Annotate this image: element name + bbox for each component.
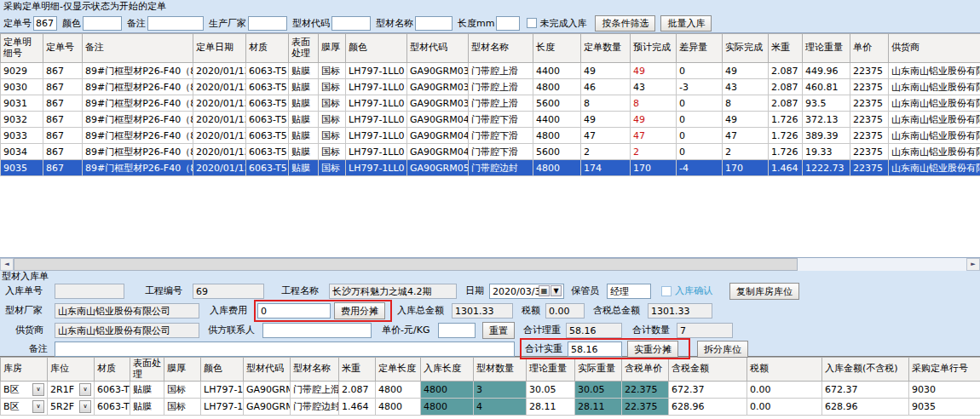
scrollbar-thumb[interactable] [14, 258, 798, 271]
table-cell[interactable]: 22.375 [622, 399, 669, 416]
table-cell[interactable]: 4800 [533, 79, 581, 95]
table-cell[interactable]: 山东南山铝业股份有限公司 [889, 112, 980, 128]
table-cell[interactable]: 22375 [850, 160, 889, 176]
table-cell[interactable]: 2020/01/13 [193, 128, 246, 144]
table-row[interactable]: 903186789#门框型材P26-F40（866+867）2020/01/13… [1, 95, 980, 112]
table-cell[interactable]: 867 [43, 63, 83, 79]
column-header[interactable]: 定单号 [43, 34, 83, 63]
table-cell[interactable]: B区∨ [1, 399, 48, 416]
table-cell[interactable]: 山东南山铝业股份有限公司 [889, 144, 980, 160]
table-cell[interactable]: 8 [581, 95, 631, 112]
split-location-button[interactable]: 拆分库位 [697, 341, 748, 358]
table-cell[interactable]: 4800 [533, 160, 581, 176]
table-cell[interactable]: 2020/01/13 [193, 63, 246, 79]
fee-share-button[interactable]: 费用分摊 [334, 302, 385, 319]
actual-weight-share-button[interactable]: 实重分摊 [627, 341, 678, 358]
column-header[interactable]: 入库长度 [421, 358, 474, 382]
table-cell[interactable]: 49 [581, 63, 631, 79]
column-header[interactable]: 表面处理 [130, 358, 164, 382]
table-cell[interactable]: 4800 [376, 382, 421, 399]
table-cell[interactable]: 43 [723, 79, 769, 95]
table-cell[interactable]: 672.37 [822, 382, 909, 399]
table-cell[interactable]: 89#门框型材P26-F40（866+867） [83, 160, 193, 176]
unit-price-field[interactable] [438, 323, 476, 338]
table-cell[interactable]: 2R1F∨ [48, 382, 95, 399]
table-cell[interactable]: 2020/01/13 [193, 112, 246, 128]
table-cell[interactable]: 6063-T5 [246, 95, 289, 112]
table-cell[interactable]: 贴膜 [289, 112, 319, 128]
maker-field[interactable] [55, 303, 199, 319]
table-cell[interactable]: GA90GRM05 [407, 160, 469, 176]
table-cell[interactable]: 9034 [1, 144, 43, 160]
table-cell[interactable]: 28.11 [527, 399, 575, 416]
table-cell[interactable]: 628.96 [669, 399, 747, 416]
column-header[interactable]: 定单长度 [376, 358, 421, 382]
batch-entry-button[interactable]: 批量入库 [660, 15, 712, 32]
column-header[interactable]: 含税金额 [669, 358, 747, 382]
table-cell[interactable]: 4400 [533, 63, 581, 79]
table-cell[interactable]: 30.05 [575, 382, 622, 399]
table-cell[interactable]: 贴膜 [289, 95, 319, 112]
column-header[interactable]: 材质 [246, 34, 289, 63]
table-cell[interactable]: 4800 [421, 399, 474, 416]
table-cell[interactable]: GA90GRM04 [407, 112, 469, 128]
column-header[interactable]: 实际重量 [575, 358, 622, 382]
table-cell[interactable]: LH797-1LL0 [346, 79, 407, 95]
table-cell[interactable]: 0 [677, 112, 723, 128]
table-cell[interactable]: 4800 [533, 128, 581, 144]
scroll-left-button[interactable]: ◄ [0, 258, 14, 271]
column-header[interactable]: 预计完成 [631, 34, 677, 63]
table-row[interactable]: 903286789#门框型材P26-F40（866+867）2020/01/13… [1, 112, 980, 128]
keeper-field[interactable] [607, 284, 651, 299]
table-cell[interactable]: 门带腔下滑 [469, 112, 533, 128]
table-cell[interactable]: 22.375 [622, 382, 669, 399]
scrollbar-track[interactable] [798, 258, 966, 271]
table-cell[interactable]: LH797-1LL0 [201, 382, 244, 399]
column-header[interactable]: 米重 [769, 34, 803, 63]
table-cell[interactable]: 6063-T5 [246, 144, 289, 160]
total-qty-field[interactable] [677, 323, 733, 338]
table-cell[interactable]: LH797-1LL0 [346, 112, 407, 128]
table-cell[interactable]: 22375 [850, 112, 889, 128]
table-cell[interactable]: 22375 [850, 128, 889, 144]
table-cell[interactable]: 867 [43, 144, 83, 160]
table-cell[interactable]: GA90GRM03 [244, 382, 291, 399]
table-cell[interactable]: 89#门框型材P26-F40（866+867） [83, 144, 193, 160]
table-cell[interactable]: 国标 [319, 160, 346, 176]
table-cell[interactable]: 国标 [319, 63, 346, 79]
table-cell[interactable]: 门带腔上滑 [291, 382, 339, 399]
dropdown-arrow-icon[interactable]: ∨ [32, 400, 44, 413]
table-cell[interactable]: 22375 [850, 95, 889, 112]
table-row[interactable]: 903386789#门框型材P26-F40（866+867）2020/01/13… [1, 128, 980, 144]
table-cell[interactable]: 49 [581, 112, 631, 128]
table-cell[interactable]: 4400 [533, 112, 581, 128]
table-cell[interactable]: 3 [474, 382, 527, 399]
table-cell[interactable]: 93.5 [803, 95, 850, 112]
table-cell[interactable]: 49 [631, 112, 677, 128]
table-cell[interactable]: 1.464 [769, 160, 803, 176]
column-header[interactable]: 定单数量 [581, 34, 631, 63]
table-cell[interactable]: 国标 [319, 144, 346, 160]
table-row[interactable]: 903486789#门框型材P26-F40（866+867）2020/01/13… [1, 144, 980, 160]
table-cell[interactable]: 8 [723, 95, 769, 112]
table-cell[interactable]: 867 [43, 128, 83, 144]
filter-button[interactable]: 按条件筛选 [595, 15, 655, 32]
table-row[interactable]: 902986789#门框型材P26-F40（866+867）2020/01/13… [1, 63, 980, 79]
column-header[interactable]: 米重 [339, 358, 376, 382]
table-cell[interactable]: 山东南山铝业股份有限公司 [889, 79, 980, 95]
table-cell[interactable]: 2 [581, 144, 631, 160]
profile-code-input[interactable] [331, 16, 371, 31]
column-header[interactable]: 型材代码 [407, 34, 469, 63]
table-cell[interactable]: 2.087 [769, 63, 803, 79]
table-cell[interactable]: 9035 [909, 399, 980, 416]
table-cell[interactable]: 1.464 [339, 399, 376, 416]
column-header[interactable]: 入库金额(不含税) [822, 358, 909, 382]
table-cell[interactable]: 174 [581, 160, 631, 176]
table-cell[interactable]: 9032 [1, 112, 43, 128]
table-cell[interactable]: 0 [677, 144, 723, 160]
table-cell[interactable]: 6063-T5 [246, 79, 289, 95]
column-header[interactable]: 实际完成 [723, 34, 769, 63]
table-cell[interactable]: 2020/01/13 [193, 144, 246, 160]
column-header[interactable]: 型材名称 [291, 358, 339, 382]
column-header[interactable]: 采购定单行号 [909, 358, 980, 382]
